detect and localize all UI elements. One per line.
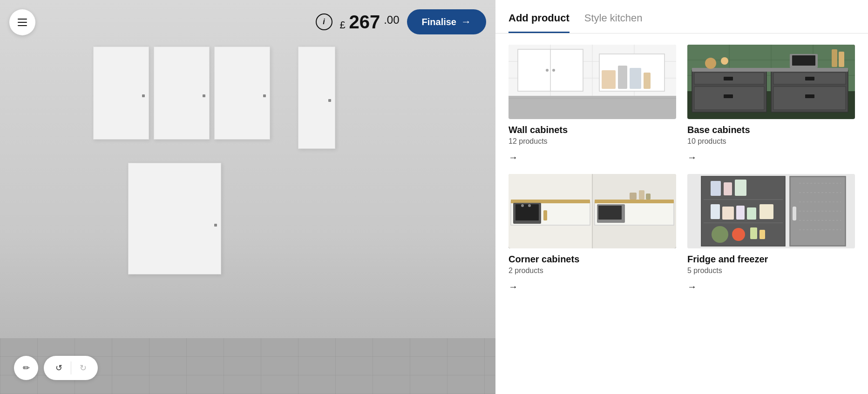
cabinet-scene [56, 37, 458, 334]
undo-button[interactable]: ↺ [47, 356, 71, 380]
corner-cabinets-title: Corner cabinets [509, 254, 676, 265]
svg-point-10 [552, 69, 555, 72]
svg-rect-70 [722, 207, 734, 220]
wall-cabinet-3 [214, 47, 270, 140]
wall-cabinet-4 [298, 47, 335, 149]
svg-point-36 [705, 58, 716, 69]
3d-viewport: i £ 267 .00 Finalise → [0, 0, 495, 394]
svg-rect-16 [509, 96, 676, 119]
svg-rect-79 [793, 207, 796, 220]
wall-cabinets-title: Wall cabinets [509, 125, 676, 135]
svg-rect-76 [735, 180, 746, 196]
svg-rect-53 [543, 210, 547, 220]
redo-icon: ↻ [80, 363, 87, 373]
wall-cabinet-1 [93, 47, 149, 140]
svg-rect-34 [805, 94, 814, 98]
price-amount: 267 [349, 12, 380, 32]
svg-point-65 [712, 226, 728, 243]
fridge-freezer-title: Fridge and freezer [687, 254, 855, 265]
wall-cabinets-subtitle: 12 products [509, 137, 676, 146]
svg-rect-39 [839, 52, 844, 67]
corner-cabinets-subtitle: 2 products [509, 267, 676, 275]
svg-point-9 [546, 69, 549, 72]
svg-rect-72 [747, 207, 756, 220]
ruler-button[interactable]: ✏ [14, 356, 38, 380]
svg-rect-75 [724, 182, 732, 195]
info-button[interactable]: i [316, 13, 332, 30]
svg-rect-50 [515, 204, 539, 220]
tab-header: Add product Style kitchen [495, 0, 868, 33]
svg-rect-33 [805, 77, 814, 80]
product-card-corner-cabinets[interactable]: Corner cabinets 2 products → [509, 174, 676, 292]
redo-button[interactable]: ↻ [71, 356, 95, 380]
svg-rect-14 [630, 68, 641, 89]
product-card-wall-cabinets[interactable]: Wall cabinets 12 products → [509, 45, 676, 163]
svg-rect-73 [760, 204, 773, 219]
base-cabinets-subtitle: 10 products [687, 137, 855, 146]
svg-rect-28 [724, 77, 733, 80]
svg-rect-59 [639, 190, 644, 200]
top-right-controls: i £ 267 .00 Finalise → [316, 9, 486, 34]
svg-rect-69 [711, 204, 720, 219]
product-grid: Wall cabinets 12 products → [495, 33, 868, 394]
svg-rect-35 [692, 68, 848, 72]
hamburger-icon [18, 19, 27, 26]
base-cabinet-1 [128, 163, 221, 274]
info-icon-label: i [323, 18, 325, 26]
svg-point-37 [721, 57, 728, 65]
svg-point-52 [528, 204, 531, 207]
finalise-button[interactable]: Finalise → [407, 9, 486, 34]
svg-rect-74 [711, 181, 721, 196]
svg-rect-15 [644, 73, 651, 89]
svg-rect-67 [750, 227, 757, 239]
product-image-corner-cabinets [509, 174, 676, 248]
svg-rect-13 [618, 66, 627, 89]
svg-rect-38 [832, 49, 837, 67]
tab-style-kitchen[interactable]: Style kitchen [584, 12, 643, 33]
sidebar-panel: Add product Style kitchen [495, 0, 868, 394]
menu-button[interactable] [9, 9, 35, 35]
svg-rect-60 [646, 194, 651, 200]
wall-cabinets-arrow: → [509, 152, 676, 163]
corner-cabinets-arrow: → [509, 281, 676, 292]
fridge-freezer-subtitle: 5 products [687, 267, 855, 275]
svg-rect-48 [511, 200, 590, 203]
finalise-label: Finalise [422, 17, 456, 27]
product-image-base-cabinets [687, 45, 855, 119]
product-card-fridge-freezer[interactable]: Fridge and freezer 5 products → [687, 174, 855, 292]
svg-rect-12 [602, 70, 616, 89]
fridge-freezer-arrow: → [687, 281, 855, 292]
svg-rect-68 [760, 230, 765, 239]
svg-rect-71 [736, 206, 745, 220]
bottom-toolbar: ✏ ↺ ↻ [14, 356, 98, 380]
svg-point-51 [521, 204, 524, 207]
product-image-fridge-freezer [687, 174, 855, 248]
svg-rect-57 [598, 206, 622, 220]
base-cabinets-title: Base cabinets [687, 125, 855, 135]
svg-point-66 [732, 228, 745, 241]
svg-rect-41 [792, 55, 815, 66]
price-display: £ 267 .00 [340, 12, 400, 33]
svg-rect-55 [595, 200, 674, 203]
base-cabinets-arrow: → [687, 152, 855, 163]
wall-cabinet-2 [154, 47, 210, 140]
undo-redo-controls: ↺ ↻ [44, 356, 98, 380]
svg-rect-29 [724, 94, 733, 98]
ruler-icon: ✏ [23, 363, 30, 373]
price-symbol: £ [340, 19, 346, 31]
arrow-icon: → [461, 16, 471, 28]
product-card-base-cabinets[interactable]: Base cabinets 10 products → [687, 45, 855, 163]
product-image-wall-cabinets [509, 45, 676, 119]
svg-rect-58 [630, 193, 637, 200]
price-cents: .00 [384, 13, 399, 26]
tab-add-product[interactable]: Add product [509, 12, 570, 33]
undo-icon: ↺ [55, 363, 62, 373]
